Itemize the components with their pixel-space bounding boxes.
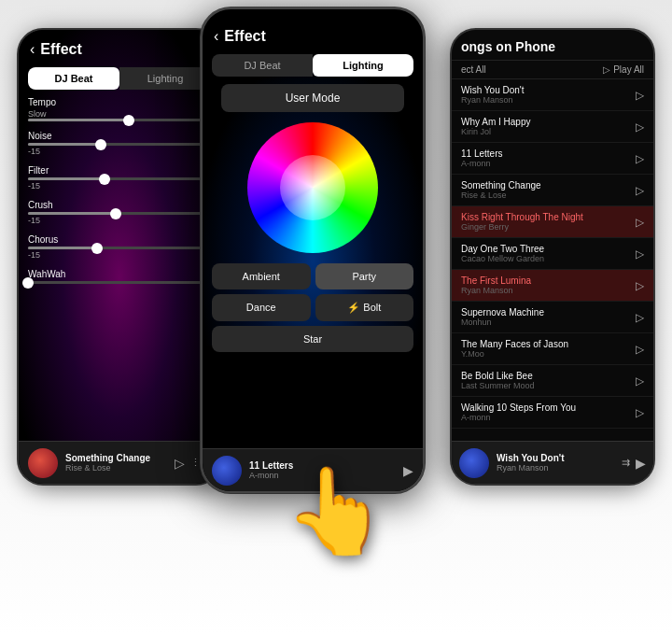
play-all-button[interactable]: ▷ Play All: [603, 64, 644, 75]
song-play-4[interactable]: ▷: [636, 216, 644, 229]
center-track-title: 11 Letters: [249, 460, 403, 471]
right-track-artist: Ryan Manson: [497, 463, 622, 473]
song-play-10[interactable]: ▷: [636, 406, 644, 419]
song-item-5[interactable]: Day One Two Three Cacao Mellow Garden ▷: [452, 238, 653, 270]
song-artist-1: Kirin Jol: [461, 127, 636, 136]
song-play-3[interactable]: ▷: [636, 184, 644, 197]
right-queue-icon[interactable]: ⇉: [622, 457, 630, 469]
song-play-1[interactable]: ▷: [636, 120, 644, 134]
slider-group-filter: Filter -15: [28, 165, 211, 190]
left-sliders: Tempo Slow Noise -15 Filter -15 Crush -1…: [19, 97, 220, 284]
slider-track-2[interactable]: [28, 177, 211, 180]
song-play-6[interactable]: ▷: [636, 279, 644, 292]
right-play-button[interactable]: ▶: [636, 456, 646, 471]
song-item-4[interactable]: Kiss Right Through The Night Ginger Berr…: [452, 206, 653, 238]
song-title-3: Something Change: [461, 180, 636, 190]
center-track-info: 11 Letters A-monn: [249, 460, 403, 480]
effect-dance[interactable]: Dance: [212, 294, 311, 321]
song-title-10: Walking 10 Steps From You: [461, 402, 636, 413]
song-list: Wish You Don't Ryan Manson ▷ Why Am I Ha…: [452, 79, 653, 429]
center-tab-lighting[interactable]: Lighting: [313, 54, 413, 77]
slider-track-0[interactable]: [28, 119, 211, 121]
song-title-9: Be Bold Like Bee: [461, 371, 636, 381]
songs-controls: ect All ▷ Play All: [452, 61, 653, 79]
left-album-art: [28, 448, 58, 478]
song-item-0[interactable]: Wish You Don't Ryan Manson ▷: [452, 79, 653, 111]
song-artist-3: Rise & Lose: [461, 190, 636, 200]
left-track-artist: Rise & Lose: [65, 463, 175, 473]
tab-lighting[interactable]: Lighting: [119, 67, 211, 90]
slider-track-4[interactable]: [28, 247, 211, 249]
slider-group-chorus: Chorus -15: [28, 234, 211, 260]
songs-header: ongs on Phone: [452, 30, 653, 61]
center-tab-dj-beat[interactable]: DJ Beat: [212, 54, 313, 77]
slider-label-4: Chorus: [28, 234, 211, 245]
song-title-1: Why Am I Happy: [461, 117, 636, 127]
play-all-icon: ▷: [603, 64, 610, 75]
center-play-button[interactable]: ▶: [403, 463, 413, 478]
slider-track-3[interactable]: [28, 212, 211, 215]
song-artist-4: Ginger Berry: [461, 222, 636, 232]
notch: [285, 15, 341, 24]
song-artist-7: Monhun: [461, 318, 636, 327]
song-info-10: Walking 10 Steps From You A-monn: [461, 402, 636, 422]
song-info-3: Something Change Rise & Lose: [461, 180, 636, 200]
color-wheel[interactable]: [247, 122, 378, 253]
center-album-art: [212, 456, 242, 486]
effect-star[interactable]: Star: [212, 326, 413, 352]
slider-track-5[interactable]: [28, 281, 211, 284]
center-now-playing-bar: 11 Letters A-monn ▶: [203, 448, 423, 491]
slider-track-1[interactable]: [28, 143, 211, 146]
song-artist-5: Cacao Mellow Garden: [461, 254, 636, 263]
song-play-8[interactable]: ▷: [636, 343, 644, 356]
song-item-3[interactable]: Something Change Rise & Lose ▷: [452, 175, 653, 206]
left-now-playing-bar: Something Change Rise & Lose ▷ ⋮⋮: [19, 441, 220, 484]
song-play-7[interactable]: ▷: [636, 311, 644, 324]
center-tab-bar: DJ Beat Lighting: [212, 54, 413, 77]
left-play-button[interactable]: ▷: [175, 456, 185, 471]
slider-label-0: Tempo: [28, 97, 211, 107]
song-item-2[interactable]: 11 Letters A-monn ▷: [452, 143, 653, 175]
song-info-9: Be Bold Like Bee Last Summer Mood: [461, 371, 636, 390]
select-all-button[interactable]: ect All: [461, 64, 486, 75]
slider-label-3: Crush: [28, 200, 211, 210]
song-play-9[interactable]: ▷: [636, 374, 644, 388]
center-playback-controls: ▶: [403, 463, 413, 478]
song-item-7[interactable]: Supernova Machine Monhun ▷: [452, 302, 653, 333]
slider-group-wahwah: WahWah: [28, 269, 211, 284]
slider-label-5: WahWah: [28, 269, 211, 279]
effect-party[interactable]: Party: [315, 263, 414, 289]
right-track-title: Wish You Don't: [497, 453, 622, 463]
back-icon[interactable]: ‹: [30, 41, 35, 58]
play-all-label: Play All: [613, 64, 644, 75]
right-playback-controls: ⇉ ▶: [622, 456, 646, 471]
song-title-8: The Many Faces of Jason: [461, 339, 636, 349]
song-info-8: The Many Faces of Jason Y.Moo: [461, 339, 636, 359]
song-item-1[interactable]: Why Am I Happy Kirin Jol ▷: [452, 111, 653, 143]
song-info-6: The First Lumina Ryan Manson: [461, 275, 636, 295]
slider-value-2: -15: [28, 181, 211, 190]
song-title-2: 11 Letters: [461, 148, 636, 159]
effect-ambient[interactable]: Ambient: [212, 263, 311, 289]
song-info-2: 11 Letters A-monn: [461, 148, 636, 168]
effect-buttons-grid: Ambient Party Dance ⚡ Bolt Star: [212, 263, 413, 352]
center-content: User Mode Ambient Party Dance ⚡ Bolt Sta…: [203, 84, 423, 352]
slider-group-tempo: Tempo Slow: [28, 97, 211, 121]
song-artist-0: Ryan Manson: [461, 95, 636, 105]
slider-label-1: Noise: [28, 131, 211, 141]
song-item-10[interactable]: Walking 10 Steps From You A-monn ▷: [452, 397, 653, 429]
song-play-5[interactable]: ▷: [636, 247, 644, 261]
color-wheel-container[interactable]: [243, 118, 383, 258]
song-play-2[interactable]: ▷: [636, 152, 644, 165]
song-item-8[interactable]: The Many Faces of Jason Y.Moo ▷: [452, 333, 653, 365]
center-back-icon[interactable]: ‹: [214, 28, 218, 45]
song-play-0[interactable]: ▷: [636, 89, 644, 102]
user-mode-button[interactable]: User Mode: [221, 84, 404, 112]
song-item-9[interactable]: Be Bold Like Bee Last Summer Mood ▷: [452, 365, 653, 397]
song-info-4: Kiss Right Through The Night Ginger Berr…: [461, 212, 636, 232]
song-item-6[interactable]: The First Lumina Ryan Manson ▷: [452, 270, 653, 302]
tab-dj-beat[interactable]: DJ Beat: [28, 67, 119, 90]
song-artist-10: A-monn: [461, 413, 636, 422]
slider-value-4: -15: [28, 250, 211, 260]
effect-lightning-bolt[interactable]: ⚡ Bolt: [315, 294, 414, 321]
